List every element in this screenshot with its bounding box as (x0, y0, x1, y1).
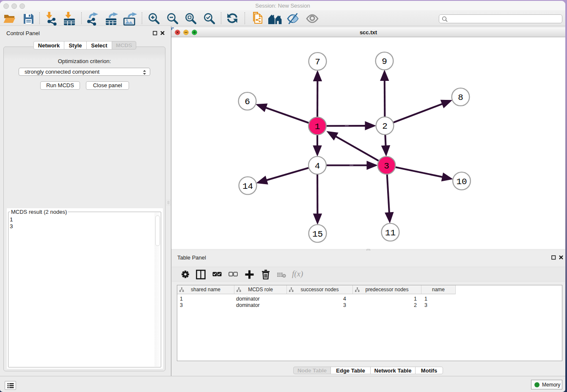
svg-text:11: 11 (385, 228, 396, 238)
svg-text:2: 2 (382, 121, 388, 131)
svg-text:8: 8 (458, 93, 463, 102)
svg-text:6: 6 (245, 97, 250, 107)
svg-text:3: 3 (384, 161, 389, 171)
svg-text:9: 9 (382, 57, 387, 66)
svg-text:7: 7 (315, 57, 320, 67)
svg-text:10: 10 (456, 177, 467, 187)
svg-text:15: 15 (312, 229, 323, 239)
svg-text:1: 1 (315, 122, 320, 132)
svg-text:4: 4 (315, 161, 320, 171)
svg-text:14: 14 (242, 182, 253, 191)
